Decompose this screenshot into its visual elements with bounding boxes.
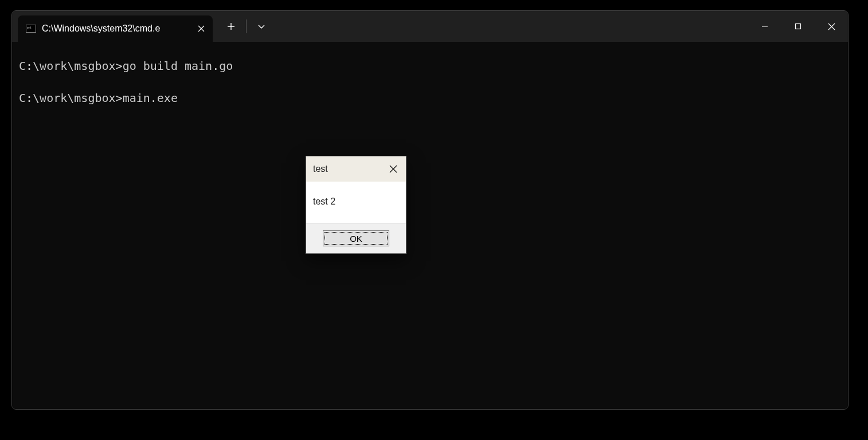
- maximize-button[interactable]: [781, 11, 815, 42]
- message-box: test test 2 OK: [306, 156, 406, 254]
- terminal-line: C:\work\msgbox>main.exe: [19, 90, 841, 106]
- tab-dropdown-button[interactable]: [250, 15, 273, 38]
- svg-rect-0: [796, 24, 801, 29]
- cmd-icon: c:\: [26, 25, 36, 33]
- prompt: C:\work\msgbox>: [19, 91, 123, 105]
- command: go build main.go: [123, 59, 233, 73]
- tab-active[interactable]: c:\ C:\Windows\system32\cmd.e: [18, 15, 213, 42]
- tab-title: C:\Windows\system32\cmd.e: [42, 23, 190, 34]
- command: main.exe: [123, 91, 178, 105]
- ok-button[interactable]: OK: [323, 230, 389, 246]
- terminal-line: C:\work\msgbox>go build main.go: [19, 58, 841, 74]
- divider: [246, 19, 247, 33]
- terminal-window: c:\ C:\Windows\system32\cmd.e: [11, 10, 849, 410]
- close-window-button[interactable]: [815, 11, 848, 42]
- tabbar-actions: [213, 11, 273, 42]
- message-box-body: test 2: [306, 182, 406, 223]
- minimize-button[interactable]: [748, 11, 781, 42]
- prompt: C:\work\msgbox>: [19, 59, 123, 73]
- window-controls: [748, 11, 848, 42]
- titlebar-drag-region[interactable]: [273, 11, 748, 42]
- close-tab-button[interactable]: [196, 23, 207, 34]
- new-tab-button[interactable]: [220, 15, 243, 38]
- message-box-titlebar[interactable]: test: [306, 156, 406, 182]
- titlebar[interactable]: c:\ C:\Windows\system32\cmd.e: [12, 11, 848, 42]
- message-box-title: test: [313, 164, 384, 174]
- close-icon[interactable]: [384, 160, 402, 178]
- terminal-body[interactable]: C:\work\msgbox>go build main.go C:\work\…: [12, 42, 848, 409]
- message-text: test 2: [313, 197, 335, 206]
- message-box-footer: OK: [306, 223, 406, 253]
